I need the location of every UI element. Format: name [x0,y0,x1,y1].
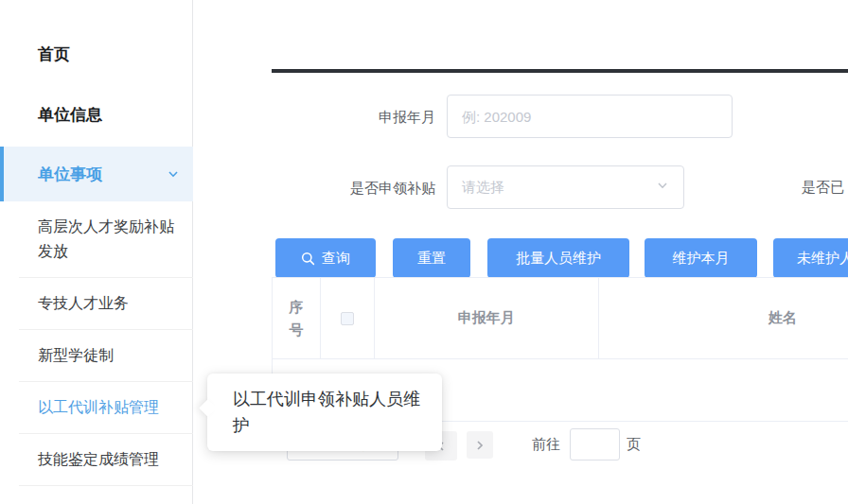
tooltip-arrow [199,399,216,416]
subsidy-claim-label: 是否申领补贴 [337,180,435,197]
column-header-checkbox [321,278,375,358]
select-placeholder: 请选择 [462,179,656,197]
report-month-label: 申报年月 [337,109,435,126]
chevron-down-icon [167,167,180,184]
sidebar-submenu: 高层次人才奖励补贴发放 专技人才业务 新型学徒制 以工代训补贴管理 技能鉴定成绩… [19,201,193,486]
unmaintained-people-button[interactable]: 未维护人员 [773,238,848,278]
sidebar-item-label: 以工代训补贴管理 [38,395,180,420]
sidebar-item-skill-assessment[interactable]: 技能鉴定成绩管理 [19,434,193,486]
column-header-index: 序号 [273,278,321,358]
search-icon [301,252,315,266]
menu-tooltip: 以工代训申领补贴人员维护 [207,374,442,451]
sidebar-item-label: 高层次人才奖励补贴发放 [38,215,180,264]
sidebar: 首页 单位信息 单位事项 高层次人才奖励补贴发放 专技人才业务 新型学徒制 以工… [0,0,193,504]
select-all-checkbox[interactable] [341,312,354,325]
section-divider [272,69,848,73]
sidebar-item-label: 技能鉴定成绩管理 [38,447,180,472]
sidebar-item-home[interactable]: 首页 [38,43,70,66]
goto-page-input[interactable] [570,428,620,461]
sidebar-item-label: 专技人才业务 [38,291,180,316]
chevron-down-icon [656,179,669,196]
right-form-label-cutoff: 是否已 [802,179,848,196]
tooltip-text: 以工代训申领补贴人员维护 [233,390,420,435]
query-button-label: 查询 [322,250,350,268]
column-header-report-month: 申报年月 [375,278,599,358]
sidebar-item-highlevel-talent[interactable]: 高层次人才奖励补贴发放 [19,201,193,278]
reset-button[interactable]: 重置 [393,238,470,278]
sidebar-item-apprenticeship[interactable]: 新型学徒制 [19,330,193,382]
next-page-button[interactable] [467,431,493,459]
sidebar-item-label: 新型学徒制 [38,343,180,368]
page-unit-label: 页 [627,436,641,454]
sidebar-item-unit-matters[interactable]: 单位事项 [0,147,193,201]
table-header-row: 序号 申报年月 姓名 [272,277,848,359]
maintain-current-month-button[interactable]: 维护本月 [645,238,757,278]
sidebar-item-work-training-subsidy[interactable]: 以工代训补贴管理 [19,382,193,434]
column-header-name: 姓名 [599,278,848,358]
sidebar-item-label: 单位事项 [38,164,102,185]
batch-maintain-button[interactable]: 批量人员维护 [487,238,629,278]
goto-page-label: 前往 [532,436,560,454]
query-button[interactable]: 查询 [275,238,376,278]
sidebar-item-unit-info[interactable]: 单位信息 [38,104,102,127]
subsidy-claim-select[interactable]: 请选择 [447,165,684,209]
report-month-input[interactable] [447,95,733,138]
chevron-right-icon [473,439,486,452]
sidebar-item-professional-talent[interactable]: 专技人才业务 [19,278,193,330]
